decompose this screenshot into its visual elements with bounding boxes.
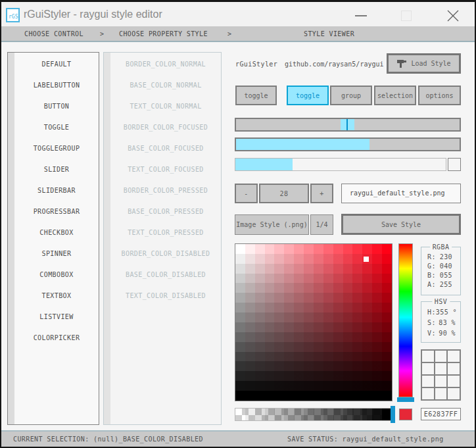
list-item[interactable]: TEXT_COLOR_PRESSED bbox=[110, 222, 221, 243]
save-style-button[interactable]: Save Style bbox=[341, 214, 461, 235]
palette-cell[interactable] bbox=[448, 351, 460, 362]
current-color-swatch bbox=[399, 409, 412, 420]
palette-cell[interactable] bbox=[435, 363, 447, 374]
sliderbar[interactable] bbox=[235, 137, 461, 151]
repo-label: github.com/raysan5/raygui bbox=[285, 61, 384, 68]
slider[interactable] bbox=[235, 118, 461, 132]
b-value: 055 bbox=[440, 272, 452, 281]
palette-cell[interactable] bbox=[448, 388, 460, 399]
r-value: 230 bbox=[440, 253, 452, 262]
list-item[interactable]: PROGRESSBAR bbox=[14, 201, 99, 222]
plus-icon: + bbox=[320, 190, 323, 197]
progressbar-fill bbox=[235, 159, 293, 170]
maximize-icon[interactable] bbox=[401, 11, 412, 21]
slider-handle[interactable] bbox=[341, 119, 354, 130]
quarter-button[interactable]: 1/4 bbox=[310, 214, 333, 235]
list-item[interactable]: BASE_COLOR_FOCUSED bbox=[110, 138, 221, 159]
rgba-groupbox: RGBA R:230 G:040 B:055 A:255 bbox=[421, 247, 461, 295]
save-style-label: Save Style bbox=[381, 221, 421, 228]
hue-handle[interactable] bbox=[397, 397, 414, 402]
controls-scrollbar[interactable] bbox=[8, 53, 14, 424]
toggle-group-item-group[interactable]: group bbox=[330, 86, 372, 105]
filename-textbox[interactable]: raygui_default_style.png bbox=[341, 184, 461, 203]
toggle-label: toggle bbox=[296, 92, 320, 99]
list-item[interactable]: SLIDERBAR bbox=[14, 180, 99, 201]
palette-cell[interactable] bbox=[422, 376, 434, 387]
load-style-button[interactable]: Load Style bbox=[387, 53, 461, 74]
titlebar: rGS rGuiStyler - raygui style editor bbox=[1, 2, 475, 26]
palette-cell[interactable] bbox=[435, 388, 447, 399]
list-item[interactable]: DEFAULT bbox=[14, 54, 99, 75]
properties-listview: BORDER_COLOR_NORMAL BASE_COLOR_NORMAL TE… bbox=[103, 52, 222, 425]
b-label: B: bbox=[427, 272, 436, 281]
list-item[interactable]: BUTTON bbox=[14, 96, 99, 117]
toggle-group-item-toggle[interactable]: toggle bbox=[287, 86, 329, 105]
list-item[interactable]: BORDER_COLOR_FOCUSED bbox=[110, 117, 221, 138]
app-name-label: rGuiStyler bbox=[235, 61, 277, 68]
load-style-label: Load Style bbox=[411, 60, 450, 67]
list-item[interactable]: BORDER_COLOR_DISABLED bbox=[110, 243, 221, 264]
spinner-value: 28 bbox=[280, 190, 289, 197]
window-title: rGuiStyler - raygui style editor bbox=[24, 9, 162, 20]
list-item[interactable]: COLORPICKER bbox=[14, 328, 99, 349]
toggle-label: toggle bbox=[244, 92, 268, 99]
color-palette-grid bbox=[421, 349, 461, 401]
list-item[interactable]: BASE_COLOR_NORMAL bbox=[110, 75, 221, 96]
app-icon: rGS bbox=[6, 8, 20, 22]
list-item[interactable]: LABELBUTTON bbox=[14, 75, 99, 96]
hex-value-box[interactable]: E62837FF bbox=[421, 408, 461, 420]
list-item[interactable]: BASE_COLOR_PRESSED bbox=[110, 201, 221, 222]
list-item[interactable]: BORDER_COLOR_NORMAL bbox=[110, 54, 221, 75]
g-value: 040 bbox=[440, 262, 452, 272]
r-label: R: bbox=[427, 253, 436, 262]
list-item[interactable]: TEXTBOX bbox=[14, 286, 99, 307]
list-item[interactable]: SPINNER bbox=[14, 243, 99, 264]
properties-scrollbar[interactable] bbox=[104, 53, 110, 424]
list-item[interactable]: TEXT_COLOR_DISABLED bbox=[110, 286, 221, 307]
list-item[interactable]: SLIDER bbox=[14, 159, 99, 180]
list-item[interactable]: COMBOBOX bbox=[14, 264, 99, 286]
palette-cell[interactable] bbox=[448, 363, 460, 374]
hsv-groupbox: HSV H:355 ° S:83 % V:90 % bbox=[421, 301, 461, 343]
spinner-minus-button[interactable]: - bbox=[235, 184, 258, 203]
palette-cell[interactable] bbox=[448, 376, 460, 387]
image-style-button[interactable]: Image Style (.png) bbox=[235, 214, 309, 235]
palette-cell[interactable] bbox=[422, 363, 434, 374]
hue-bar[interactable] bbox=[398, 243, 413, 397]
spinner-plus-button[interactable]: + bbox=[310, 184, 333, 203]
palette-cell[interactable] bbox=[435, 376, 447, 387]
close-icon[interactable] bbox=[447, 10, 459, 22]
toggle-group-item-options[interactable]: options bbox=[418, 86, 461, 105]
statusbar: CURRENT SELECTION: (null)_BASE_COLOR_DIS… bbox=[1, 432, 475, 447]
progressbar bbox=[235, 158, 446, 171]
list-item[interactable]: TEXT_COLOR_NORMAL bbox=[110, 96, 221, 117]
palette-cell[interactable] bbox=[422, 351, 434, 362]
toggle-label: selection bbox=[377, 92, 413, 99]
nav-choose-control: CHOOSE CONTROL bbox=[24, 30, 83, 37]
a-label: A: bbox=[427, 281, 436, 290]
toggle-button[interactable]: toggle bbox=[235, 86, 277, 105]
checkbox[interactable] bbox=[448, 158, 461, 171]
spinner-value-box[interactable]: 28 bbox=[259, 184, 309, 203]
list-item[interactable]: TOGGLEGROUP bbox=[14, 138, 99, 159]
toggle-label: options bbox=[425, 92, 453, 99]
list-item[interactable]: TOGGLE bbox=[14, 117, 99, 138]
alpha-bar[interactable] bbox=[235, 408, 393, 421]
color-picker-sv-square[interactable] bbox=[235, 243, 393, 401]
alpha-handle[interactable] bbox=[391, 406, 395, 423]
color-picker-marker[interactable] bbox=[364, 257, 369, 262]
list-item[interactable]: TEXT_COLOR_FOCUSED bbox=[110, 159, 221, 180]
rguistyler-window: rGS rGuiStyler - raygui style editor CHO… bbox=[0, 0, 476, 448]
save-status: SAVE STATUS: raygui_default_style.png bbox=[287, 432, 444, 447]
h-label: H: bbox=[427, 309, 436, 319]
nav-choose-property-style: CHOOSE PROPERTY STYLE bbox=[119, 30, 208, 37]
list-item[interactable]: CHECKBOX bbox=[14, 222, 99, 243]
controls-listview: DEFAULT LABELBUTTON BUTTON TOGGLE TOGGLE… bbox=[7, 52, 99, 425]
palette-cell[interactable] bbox=[435, 351, 447, 362]
list-item[interactable]: BORDER_COLOR_PRESSED bbox=[110, 180, 221, 201]
palette-cell[interactable] bbox=[422, 388, 434, 399]
list-item[interactable]: BASE_COLOR_DISABLED bbox=[110, 264, 221, 286]
toggle-group-item-selection[interactable]: selection bbox=[374, 86, 416, 105]
minimize-icon[interactable] bbox=[355, 15, 367, 16]
list-item[interactable]: LISTVIEW bbox=[14, 307, 99, 328]
